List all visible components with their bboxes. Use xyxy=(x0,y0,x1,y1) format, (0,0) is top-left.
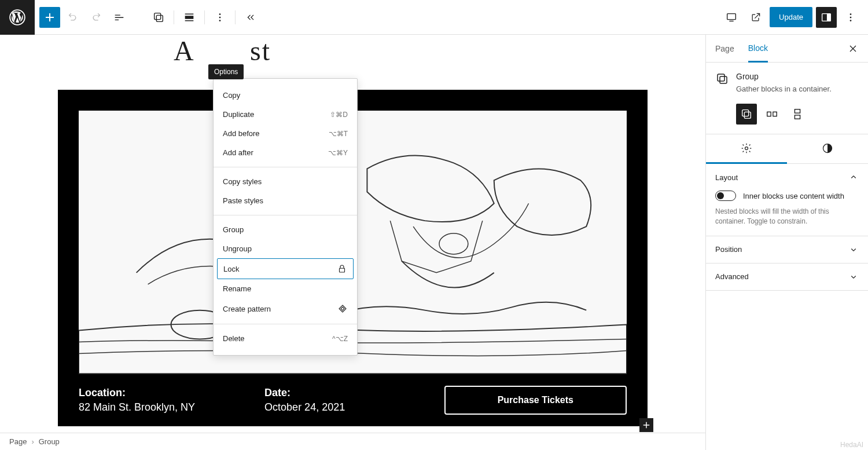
external-link-icon xyxy=(750,12,762,23)
menu-item-add-after[interactable]: Add after⌥⌘Y xyxy=(214,143,357,162)
menu-label: Add after xyxy=(223,148,253,157)
tab-block[interactable]: Block xyxy=(748,35,768,63)
block-variations xyxy=(715,104,859,125)
toggle-help-text: Nested blocks will fill the width of thi… xyxy=(715,207,859,226)
block-breadcrumb: Page › Group xyxy=(0,433,705,450)
styles-icon xyxy=(822,142,833,154)
panel-layout: Layout Inner blocks use content width Ne… xyxy=(706,164,868,236)
menu-label: Group xyxy=(223,225,244,234)
add-block-appender[interactable] xyxy=(639,418,653,432)
block-card: Group Gather blocks in a container. xyxy=(706,63,868,134)
menu-label: Delete xyxy=(223,334,245,343)
chevron-double-left-icon xyxy=(244,11,257,24)
menu-item-group[interactable]: Group xyxy=(214,220,357,239)
svg-rect-22 xyxy=(773,112,777,116)
panel-layout-toggle[interactable]: Layout xyxy=(706,164,868,191)
location-column: Location: 82 Main St. Brooklyn, NY xyxy=(79,387,195,414)
gear-icon xyxy=(741,142,752,154)
svg-point-10 xyxy=(850,13,852,15)
menu-item-add-before[interactable]: Add before⌥⌘T xyxy=(214,124,357,143)
menu-item-rename[interactable]: Rename xyxy=(214,279,357,298)
view-button[interactable] xyxy=(721,7,742,28)
svg-rect-3 xyxy=(185,16,194,19)
breadcrumb-root[interactable]: Page xyxy=(9,437,27,446)
menu-item-duplicate[interactable]: Duplicate⇧⌘D xyxy=(214,105,357,124)
svg-rect-2 xyxy=(156,15,163,21)
variation-group[interactable] xyxy=(736,104,757,125)
menu-shortcut: ⌥⌘Y xyxy=(328,149,348,157)
panel-position: Position xyxy=(706,236,868,264)
menu-item-create-pattern[interactable]: Create pattern xyxy=(214,298,357,319)
toggle-label: Inner blocks use content width xyxy=(743,192,844,200)
more-options-button[interactable] xyxy=(840,7,861,28)
parent-block-button[interactable] xyxy=(148,7,169,28)
svg-rect-18 xyxy=(720,76,727,83)
panel-title: Position xyxy=(715,245,742,254)
tab-page[interactable]: Page xyxy=(715,36,734,61)
options-button[interactable] xyxy=(209,7,230,28)
chevron-down-icon xyxy=(848,244,859,255)
plus-icon xyxy=(43,10,57,24)
preview-link-button[interactable] xyxy=(745,7,766,28)
menu-shortcut: ⌥⌘T xyxy=(329,130,348,138)
update-button[interactable]: Update xyxy=(770,7,812,27)
menu-shortcut: ^⌥Z xyxy=(332,335,348,343)
close-sidebar-button[interactable] xyxy=(847,43,859,54)
panel-advanced-toggle[interactable]: Advanced xyxy=(706,264,868,290)
variation-row[interactable] xyxy=(762,104,782,125)
sidebar-icon xyxy=(820,11,833,24)
toolbar-right: Update xyxy=(714,7,868,28)
menu-shortcut: ⇧⌘D xyxy=(330,111,348,119)
svg-rect-7 xyxy=(727,13,736,19)
menu-label: Copy styles xyxy=(223,177,262,186)
align-button[interactable] xyxy=(179,7,200,28)
collapse-toolbar-button[interactable] xyxy=(240,7,261,28)
menu-separator xyxy=(214,215,357,215)
date-value: October 24, 2021 xyxy=(264,401,345,414)
pattern-icon xyxy=(337,303,348,314)
desktop-icon xyxy=(725,11,738,24)
svg-rect-20 xyxy=(744,112,751,118)
svg-point-11 xyxy=(850,16,852,18)
document-overview-button[interactable] xyxy=(109,7,130,28)
plus-icon xyxy=(641,420,652,430)
tab-settings[interactable] xyxy=(706,134,787,164)
options-tooltip: Options xyxy=(208,64,244,79)
menu-item-delete[interactable]: Delete^⌥Z xyxy=(214,329,357,348)
menu-label: Copy xyxy=(223,91,240,100)
panel-advanced: Advanced xyxy=(706,264,868,291)
menu-item-copy[interactable]: Copy xyxy=(214,86,357,105)
svg-rect-9 xyxy=(827,13,830,21)
svg-rect-24 xyxy=(795,115,800,119)
tab-styles[interactable] xyxy=(787,134,868,163)
svg-point-6 xyxy=(219,20,221,21)
purchase-tickets-button[interactable]: Purchase Tickets xyxy=(444,386,627,415)
svg-point-4 xyxy=(219,13,221,15)
date-label: Date: xyxy=(264,387,345,399)
toolbar-separator xyxy=(204,10,205,24)
panel-position-toggle[interactable]: Position xyxy=(706,236,868,263)
menu-label: Paste styles xyxy=(223,196,263,205)
wp-logo[interactable] xyxy=(0,0,35,35)
menu-label: Add before xyxy=(223,129,260,138)
group-icon xyxy=(152,11,165,24)
menu-separator xyxy=(214,324,357,324)
undo-button[interactable] xyxy=(62,7,83,28)
panel-title: Layout xyxy=(715,173,738,182)
menu-item-lock[interactable]: Lock xyxy=(217,258,354,279)
redo-button[interactable] xyxy=(86,7,106,28)
menu-item-copy-styles[interactable]: Copy styles xyxy=(214,172,357,191)
sidebar-toggle-button[interactable] xyxy=(816,7,837,28)
wordpress-icon xyxy=(9,9,25,25)
more-vertical-icon xyxy=(214,11,226,24)
content-width-toggle[interactable] xyxy=(715,191,736,201)
menu-item-paste-styles[interactable]: Paste styles xyxy=(214,191,357,210)
variation-stack[interactable] xyxy=(787,104,808,125)
svg-rect-1 xyxy=(155,13,161,19)
menu-item-ungroup[interactable]: Ungroup xyxy=(214,239,357,258)
location-value: 82 Main St. Brooklyn, NY xyxy=(79,401,195,414)
block-description: Gather blocks in a container. xyxy=(736,85,832,93)
add-block-button[interactable] xyxy=(39,7,60,28)
redo-icon xyxy=(90,11,102,24)
stack-icon xyxy=(791,108,804,120)
